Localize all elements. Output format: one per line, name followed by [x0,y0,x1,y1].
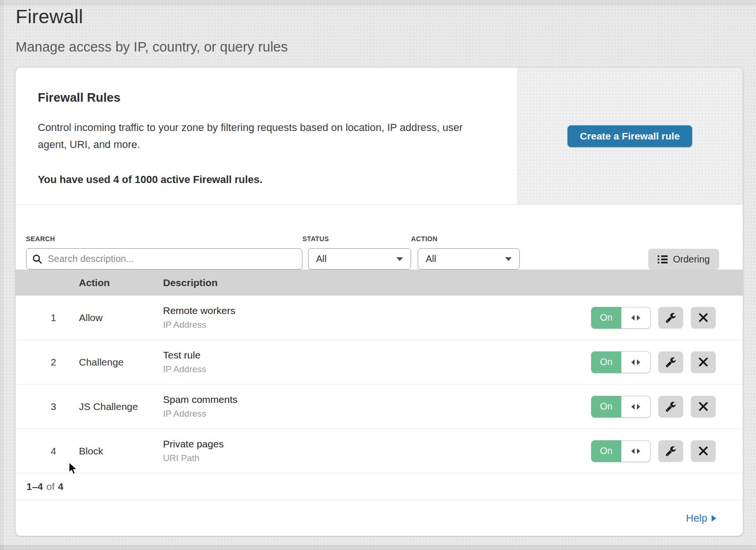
table-row: 4 Block Private pages URI Path On [16,429,743,473]
firewall-card: Firewall Rules Control incoming traffic … [16,68,743,536]
action-value: All [426,253,436,264]
close-icon [698,357,708,367]
page-title: Firewall [16,6,756,28]
filters-bar: SEARCH STATUS All ACTION All [16,205,743,270]
search-filter: SEARCH [26,235,302,270]
toggle-arrows-icon [621,307,651,329]
delete-rule-button[interactable] [691,396,716,418]
table-body: 1 Allow Remote workers IP Address On [16,296,743,473]
ordering-label: Ordering [673,254,710,265]
pagination-of: of [46,481,55,492]
page-edge-left [0,0,4,550]
chevron-down-icon [505,257,512,261]
overview-heading: Firewall Rules [38,90,498,105]
page-header: Firewall Manage access by IP, country, o… [0,0,756,55]
wrench-icon [665,401,676,412]
status-filter: STATUS All [302,235,411,270]
overview-text: Firewall Rules Control incoming traffic … [16,68,517,204]
help-link[interactable]: Help [686,512,716,524]
rule-controls: On [591,440,743,462]
rule-description: Spam comments [163,394,591,405]
toggle-arrows-icon [621,351,651,373]
rule-priority: 3 [16,401,79,412]
rule-priority: 1 [16,312,79,323]
table-row: 1 Allow Remote workers IP Address On [16,296,743,340]
chevron-down-icon [396,257,403,261]
wrench-icon [665,357,676,367]
rule-description-cell: Test rule IP Address [163,349,591,375]
page-edge-bottom [0,545,756,550]
rule-action: Challenge [79,357,163,368]
create-panel: Create a Firewall rule [517,68,743,204]
rule-enabled-toggle[interactable]: On [591,351,651,373]
help-label: Help [686,512,707,524]
rules-table: Action Description 1 Allow Remote worker… [16,270,743,536]
rule-enabled-toggle[interactable]: On [591,307,651,329]
toggle-state-label: On [591,307,621,329]
rule-priority: 2 [16,357,79,368]
rule-description-cell: Remote workers IP Address [163,305,591,330]
rule-match-type: IP Address [163,409,591,419]
close-icon [698,402,708,411]
edit-rule-button[interactable] [658,307,683,329]
card-footer: Help [16,500,743,536]
toggle-state-label: On [591,396,621,418]
page-edge-top [0,0,756,6]
arrow-right-icon [712,515,716,522]
close-icon [698,313,708,323]
rule-priority: 4 [16,445,79,457]
overview-description: Control incoming traffic to your zone by… [38,119,484,154]
toggle-arrows-icon [621,396,651,418]
table-row: 2 Challenge Test rule IP Address On [16,340,743,384]
status-value: All [316,253,326,264]
rule-action: Allow [79,312,163,323]
rule-controls: On [591,396,743,418]
usage-summary: You have used 4 of 1000 active Firewall … [38,174,498,186]
rule-description: Test rule [163,349,591,361]
rule-controls: On [591,351,743,373]
rule-match-type: IP Address [163,364,591,375]
status-label: STATUS [302,235,411,243]
search-icon [32,254,43,264]
action-filter: ACTION All [411,235,520,270]
delete-rule-button[interactable] [691,351,716,373]
delete-rule-button[interactable] [691,307,716,329]
edit-rule-button[interactable] [658,396,683,418]
rule-description-cell: Private pages URI Path [163,438,591,463]
delete-rule-button[interactable] [691,440,716,462]
rule-match-type: IP Address [163,320,591,330]
table-row: 3 JS Challenge Spam comments IP Address … [16,384,743,429]
rule-enabled-toggle[interactable]: On [591,396,651,418]
ordering-button[interactable]: Ordering [648,249,719,270]
create-firewall-rule-button[interactable]: Create a Firewall rule [567,125,692,147]
column-header-action: Action [79,277,163,288]
rule-description: Private pages [163,438,591,450]
list-icon [658,255,668,264]
rule-description: Remote workers [163,305,591,316]
rule-enabled-toggle[interactable]: On [591,440,651,462]
rule-controls: On [591,307,743,329]
pagination-range: 1–4 [26,481,43,492]
status-select[interactable]: All [308,248,411,270]
edit-rule-button[interactable] [658,351,683,373]
action-select[interactable]: All [418,248,520,270]
close-icon [698,446,708,456]
edit-rule-button[interactable] [658,440,683,462]
toggle-arrows-icon [621,440,651,462]
wrench-icon [665,312,676,323]
rule-action: Block [79,445,163,457]
page-subtitle: Manage access by IP, country, or query r… [16,39,756,55]
search-label: SEARCH [26,235,302,243]
table-header: Action Description [16,270,743,296]
search-box [26,248,302,270]
toggle-state-label: On [591,440,621,462]
column-header-description: Description [163,277,743,288]
pagination-total: 4 [58,481,64,492]
action-label: ACTION [411,235,520,243]
search-input[interactable] [47,253,296,265]
pagination: 1–4 of 4 [16,473,743,500]
rule-description-cell: Spam comments IP Address [163,394,591,419]
overview-section: Firewall Rules Control incoming traffic … [16,68,743,205]
rule-match-type: URI Path [163,453,591,463]
toggle-state-label: On [591,351,621,373]
